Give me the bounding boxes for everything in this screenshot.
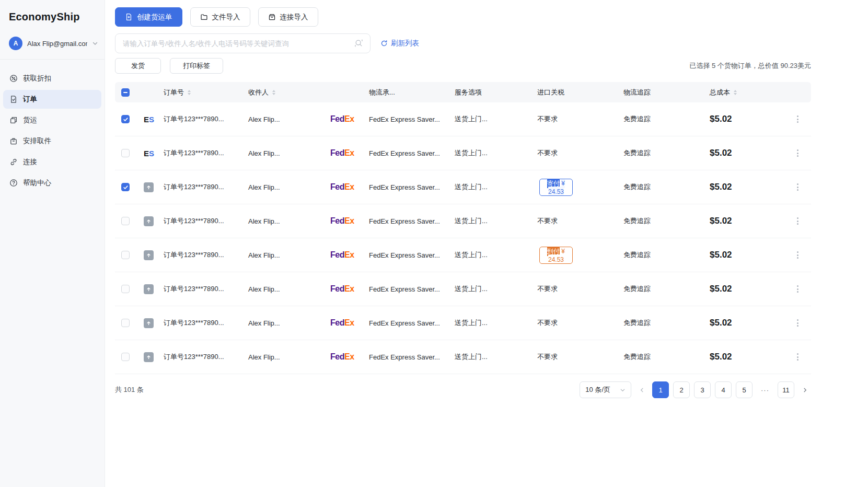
row-actions-cell bbox=[784, 180, 811, 194]
row-checkbox[interactable] bbox=[121, 115, 130, 123]
sidebar-item-help-center[interactable]: 帮助中心 bbox=[3, 173, 101, 192]
order-no-cell: 订单号123***7890... bbox=[159, 250, 241, 260]
duty-badge: 寄付 ¥ 24.53 bbox=[539, 179, 573, 196]
orders-table: 订单号 收件人 物流承... 服务选项 进口关税 物流追踪 总成本 bbox=[115, 82, 811, 374]
sort-icon[interactable] bbox=[734, 90, 737, 95]
sidebar-item-orders[interactable]: 订单 bbox=[3, 90, 101, 109]
table-body: ES 订单号123***7890... Alex Flip... FedEx F… bbox=[115, 102, 811, 374]
kebab-menu-icon[interactable] bbox=[794, 350, 802, 364]
ship-button[interactable]: 发货 bbox=[115, 58, 161, 74]
kebab-menu-icon[interactable] bbox=[794, 248, 802, 262]
header-cost[interactable]: 总成本 bbox=[703, 88, 784, 97]
row-checkbox[interactable] bbox=[121, 319, 130, 327]
table-row: ES 订单号123***7890... Alex Flip... FedEx F… bbox=[115, 238, 811, 272]
row-actions-cell bbox=[784, 248, 811, 262]
sort-icon[interactable] bbox=[272, 90, 275, 95]
carrier-logo-cell: FedEx bbox=[327, 114, 363, 124]
sidebar-item-connect[interactable]: 连接 bbox=[3, 153, 101, 171]
row-checkbox-cell bbox=[115, 251, 140, 259]
fedex-logo: FedEx bbox=[330, 318, 354, 327]
page-button[interactable]: 4 bbox=[715, 381, 732, 398]
duty-cell: 到付 ¥ 24.53 bbox=[530, 247, 617, 264]
page-button[interactable]: 1 bbox=[652, 381, 669, 398]
header-service: 服务选项 bbox=[447, 88, 530, 97]
kebab-menu-icon[interactable] bbox=[794, 146, 802, 160]
orders-icon bbox=[9, 95, 18, 103]
fedex-logo: FedEx bbox=[330, 284, 354, 293]
fedex-logo: FedEx bbox=[330, 352, 354, 361]
sidebar-menu: 获取折扣 订单 货运 安排取件 连接 bbox=[0, 60, 105, 192]
cost-cell: $5.02 bbox=[703, 114, 784, 124]
connect-icon bbox=[9, 158, 18, 166]
file-import-button[interactable]: 文件导入 bbox=[190, 7, 250, 27]
row-checkbox[interactable] bbox=[121, 285, 130, 293]
pagination: 10 条/页 1 2 3 4 5 ··· 11 bbox=[580, 381, 811, 398]
print-label-button[interactable]: 打印标签 bbox=[170, 58, 223, 74]
page-button[interactable]: 5 bbox=[736, 381, 753, 398]
row-checkbox-cell bbox=[115, 183, 140, 191]
sidebar-item-label: 连接 bbox=[23, 157, 37, 167]
sidebar-item-schedule-pickup[interactable]: 安排取件 bbox=[3, 132, 101, 150]
recipient-cell: Alex Flip... bbox=[241, 115, 327, 123]
page-size-select[interactable]: 10 条/页 bbox=[580, 381, 631, 398]
row-checkbox[interactable] bbox=[121, 149, 130, 157]
carrier-name-cell: FedEx Express Saver... bbox=[363, 183, 447, 191]
search-input[interactable] bbox=[115, 33, 371, 53]
imported-order-icon bbox=[144, 284, 154, 294]
header-order-no[interactable]: 订单号 bbox=[159, 88, 241, 97]
create-shipment-button[interactable]: 创建货运单 bbox=[115, 7, 182, 27]
page-ellipsis[interactable]: ··· bbox=[757, 381, 773, 398]
service-cell: 送货上门... bbox=[447, 250, 530, 260]
table-row: ES 订单号123***7890... Alex Flip... FedEx F… bbox=[115, 204, 811, 238]
carrier-logo-cell: FedEx bbox=[327, 182, 363, 192]
imported-order-icon bbox=[144, 216, 154, 226]
sidebar-item-shipments[interactable]: 货运 bbox=[3, 111, 101, 130]
kebab-menu-icon[interactable] bbox=[794, 282, 802, 296]
refresh-icon bbox=[380, 40, 388, 47]
source-cell: ES bbox=[140, 149, 159, 158]
search-icon[interactable] bbox=[354, 38, 364, 48]
duty-cell: 不要求 bbox=[530, 352, 617, 362]
duty-text: 不要求 bbox=[537, 149, 558, 157]
tracking-cell: 免费追踪 bbox=[617, 250, 703, 260]
duty-cell: 不要求 bbox=[530, 318, 617, 328]
recipient-cell: Alex Flip... bbox=[241, 217, 327, 225]
sort-icon[interactable] bbox=[188, 90, 191, 95]
prev-page-button[interactable] bbox=[635, 381, 648, 398]
carrier-name-cell: FedEx Express Saver... bbox=[363, 115, 447, 123]
row-checkbox[interactable] bbox=[121, 353, 130, 361]
kebab-menu-icon[interactable] bbox=[794, 316, 802, 330]
row-checkbox-cell bbox=[115, 115, 140, 123]
duty-text: 不要求 bbox=[537, 353, 558, 361]
sidebar-item-label: 货运 bbox=[23, 115, 37, 125]
user-account-dropdown[interactable]: A Alax Flip@gmail.com bbox=[0, 36, 105, 51]
header-checkbox-cell bbox=[115, 88, 140, 97]
source-cell: ES bbox=[140, 216, 159, 226]
page-button[interactable]: 2 bbox=[673, 381, 690, 398]
create-doc-icon bbox=[125, 13, 133, 21]
economyship-source-logo: ES bbox=[144, 115, 154, 124]
kebab-menu-icon[interactable] bbox=[794, 214, 802, 228]
link-import-button[interactable]: 连接导入 bbox=[258, 7, 318, 27]
page-button[interactable]: 3 bbox=[694, 381, 711, 398]
refresh-list-link[interactable]: 刷新列表 bbox=[380, 39, 419, 48]
order-no-cell: 订单号123***7890... bbox=[159, 148, 241, 158]
next-page-button[interactable] bbox=[798, 381, 811, 398]
sidebar-item-get-discount[interactable]: 获取折扣 bbox=[3, 69, 101, 88]
row-checkbox[interactable] bbox=[121, 183, 130, 191]
table-row: ES 订单号123***7890... Alex Flip... FedEx F… bbox=[115, 102, 811, 136]
select-all-checkbox[interactable] bbox=[121, 88, 130, 97]
kebab-menu-icon[interactable] bbox=[794, 112, 802, 126]
kebab-menu-icon[interactable] bbox=[794, 180, 802, 194]
page-button[interactable]: 11 bbox=[778, 381, 794, 398]
row-checkbox[interactable] bbox=[121, 217, 130, 225]
header-carrier: 物流承... bbox=[363, 88, 447, 97]
imported-order-icon bbox=[144, 250, 154, 260]
tracking-cell: 免费追踪 bbox=[617, 114, 703, 124]
row-checkbox-cell bbox=[115, 217, 140, 225]
row-checkbox[interactable] bbox=[121, 251, 130, 259]
source-cell: ES bbox=[140, 352, 159, 362]
table-header: 订单号 收件人 物流承... 服务选项 进口关税 物流追踪 总成本 bbox=[115, 82, 811, 102]
header-recipient[interactable]: 收件人 bbox=[241, 88, 327, 97]
service-cell: 送货上门... bbox=[447, 352, 530, 362]
